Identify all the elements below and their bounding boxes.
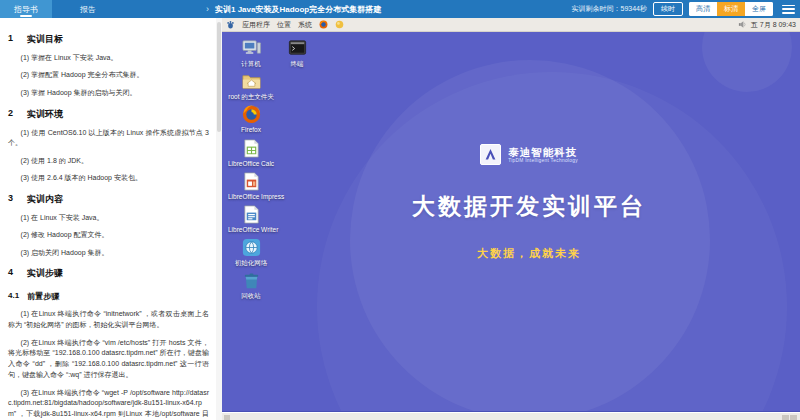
guidebook-paragraph: (2) 掌握配置 Hadoop 完全分布式集群。 xyxy=(8,70,209,81)
computer-icon xyxy=(228,38,274,59)
desktop-icon-network-init[interactable]: 初始化网络 xyxy=(228,237,274,268)
panel-clock[interactable]: 五 7月 8 09:43 xyxy=(751,20,796,30)
desktop-icon-label: LibreOffice Writer xyxy=(228,226,274,233)
guidebook-paragraph: (3) 在Linux 终端执行命令 “wget -P /opt/software… xyxy=(8,388,209,420)
menu-applications[interactable]: 应用程序 xyxy=(242,20,270,30)
guidebook-paragraph: (3) 启动关闭 Hadoop 集群。 xyxy=(8,248,209,259)
desktop-icon-label: Firefox xyxy=(228,126,274,133)
desktop-icon-terminal[interactable]: 终端 xyxy=(274,38,320,69)
speaker-icon[interactable] xyxy=(738,20,747,29)
guidebook-paragraph: (2) 在Linux 终端执行命令 “vim /etc/hosts” 打开 ho… xyxy=(8,338,209,381)
view-mode-0[interactable]: 高清 xyxy=(689,2,717,15)
firefox-launcher-icon[interactable] xyxy=(319,20,328,29)
desktop-icon-label: 回收站 xyxy=(228,292,274,301)
guidebook-paragraph: (2) 修改 Hadoop 配置文件。 xyxy=(8,230,209,241)
guidebook-paragraph: (1) 在Linux 终端执行命令 “initnetwork” ，或者双击桌面上… xyxy=(8,309,209,331)
desktop-icon-trash[interactable]: 回收站 xyxy=(228,270,274,301)
desktop-icon-home-folder[interactable]: root 的主文件夹 xyxy=(228,71,274,102)
chevron-right-icon: › xyxy=(206,4,209,14)
desktop-icon-libreoffice-calc[interactable]: LibreOffice Calc xyxy=(228,138,274,167)
vm-desktop: 应用程序 位置 系统 五 7月 8 09:43 计算机终端root 的主文件夹F… xyxy=(222,18,800,420)
tipdm-logo-icon xyxy=(480,144,501,165)
desktop-icon-computer[interactable]: 计算机 xyxy=(228,38,274,69)
company-name-en: TipDM Intelligent Technology xyxy=(508,158,578,163)
desktop-icon-label: 终端 xyxy=(274,60,320,69)
company-name: 泰迪智能科技 xyxy=(508,146,578,159)
platform-title: 大数据开发实训平台 xyxy=(369,191,689,222)
gnome-top-panel: 应用程序 位置 系统 五 7月 8 09:43 xyxy=(222,18,800,32)
desktop-icon-libreoffice-impress[interactable]: LibreOffice Impress xyxy=(228,171,274,200)
guidebook-panel: 1实训目标(1) 掌握在 Linux 下安装 Java。(2) 掌握配置 Had… xyxy=(0,18,222,420)
menu-places[interactable]: 位置 xyxy=(277,20,291,30)
section-heading-4.1: 4.1前置步骤 xyxy=(8,291,209,302)
desktop-icon-libreoffice-writer[interactable]: LibreOffice Writer xyxy=(228,204,274,233)
view-mode-1[interactable]: 标清 xyxy=(717,2,745,15)
section-heading-3: 3实训内容 xyxy=(8,193,209,206)
applications-menu-icon xyxy=(226,20,235,29)
guidebook-paragraph: (1) 使用 CentOS6.10 以上版本的 Linux 操作系统虚拟节点 3… xyxy=(8,128,209,150)
section-heading-2: 2实训环境 xyxy=(8,108,209,121)
platform-slogan: 大数据，成就未来 xyxy=(369,246,689,261)
experiment-title: 实训1 Java安装及Hadoop完全分布式集群搭建 xyxy=(215,4,381,15)
guidebook-paragraph: (3) 使用 2.6.4 版本的 Hadoop 安装包。 xyxy=(8,173,209,184)
desktop-icon-label: 计算机 xyxy=(228,60,274,69)
show-desktop-button[interactable] xyxy=(224,415,230,420)
desktop-wallpaper: 计算机终端root 的主文件夹FirefoxLibreOffice CalcLi… xyxy=(222,32,800,412)
desktop-icon-firefox[interactable]: Firefox xyxy=(228,104,274,133)
view-mode-2[interactable]: 全屏 xyxy=(745,2,773,15)
home-folder-icon xyxy=(228,71,274,92)
libreoffice-impress-icon xyxy=(228,171,274,192)
section-heading-1: 1实训目标 xyxy=(8,33,209,46)
workspace-switcher[interactable] xyxy=(782,415,797,420)
desktop-icon-label: 初始化网络 xyxy=(228,259,274,268)
guidebook-paragraph: (3) 掌握 Hadoop 集群的启动与关闭。 xyxy=(8,88,209,99)
libreoffice-writer-icon xyxy=(228,204,274,225)
guidebook-document: 1实训目标(1) 掌握在 Linux 下安装 Java。(2) 掌握配置 Had… xyxy=(0,18,215,420)
menu-icon[interactable] xyxy=(782,5,795,14)
desktop-icon-label: root 的主文件夹 xyxy=(228,93,274,102)
section-heading-4: 4实训步骤 xyxy=(8,267,209,280)
tab-guidebook[interactable]: 指导书 xyxy=(0,0,52,18)
trash-icon xyxy=(228,270,274,291)
gnome-bottom-panel xyxy=(222,412,800,420)
network-init-icon xyxy=(228,237,274,258)
panel-status-area: 五 7月 8 09:43 xyxy=(738,20,796,30)
wallpaper-branding: 泰迪智能科技 TipDM Intelligent Technology 大数据开… xyxy=(369,144,689,261)
firefox-icon xyxy=(228,104,274,125)
terminal-icon xyxy=(274,38,320,59)
topbar-actions: 实训剩余时间：59344秒 续时 高清标清全屏 xyxy=(572,2,800,15)
guidebook-paragraph: (1) 掌握在 Linux 下安装 Java。 xyxy=(8,53,209,64)
desktop-icon-label: LibreOffice Calc xyxy=(228,160,274,167)
top-bar: 指导书 报告 › 实训1 Java安装及Hadoop完全分布式集群搭建 实训剩余… xyxy=(0,0,800,18)
view-mode-switch: 高清标清全屏 xyxy=(689,2,773,15)
scrollbar-thumb[interactable] xyxy=(217,22,221,132)
libreoffice-calc-icon xyxy=(228,138,274,159)
guidebook-paragraph: (1) 在 Linux 下安装 Java。 xyxy=(8,213,209,224)
desktop-icon-label: LibreOffice Impress xyxy=(228,193,274,200)
company-logo: 泰迪智能科技 TipDM Intelligent Technology xyxy=(369,144,689,165)
help-launcher-icon[interactable] xyxy=(335,20,344,29)
menu-system[interactable]: 系统 xyxy=(298,20,312,30)
guidebook-paragraph: (2) 使用 1.8 的 JDK。 xyxy=(8,156,209,167)
remaining-time-label: 实训剩余时间：59344秒 xyxy=(572,4,647,14)
extend-time-button[interactable]: 续时 xyxy=(653,2,683,15)
wallpaper-circle xyxy=(702,32,792,92)
tab-report[interactable]: 报告 xyxy=(66,0,110,18)
